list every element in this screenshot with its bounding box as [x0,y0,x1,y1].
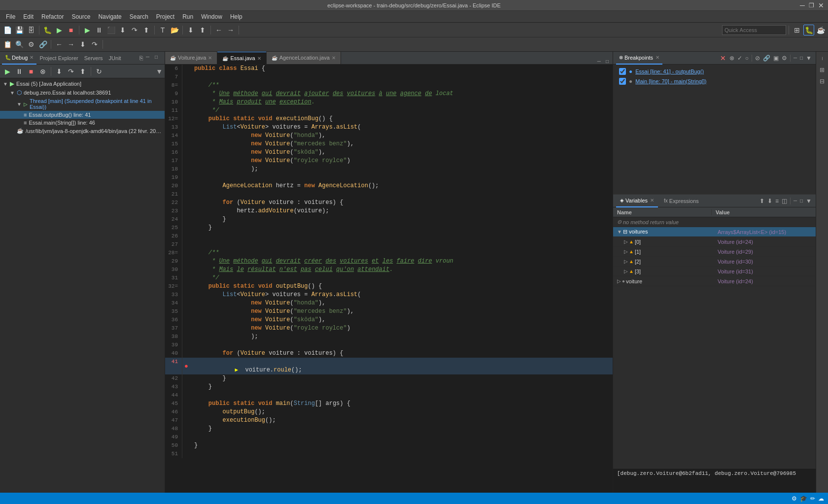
toolbar2-btn6[interactable]: → [66,39,76,50]
var-row-2[interactable]: ▷ ▲ [2] Voiture (id=30) [613,257,816,267]
tab-junit[interactable]: JUnit [106,54,124,62]
var-toolbar-btn3[interactable]: ≡ [774,198,780,204]
debug-btn[interactable]: 🐛 [42,25,53,35]
menu-edit[interactable]: Edit [19,12,37,21]
maximize-left-btn[interactable]: □ [155,54,163,62]
debug-terminate-btn[interactable]: ■ [26,66,36,77]
status-btn2[interactable]: 🎓 [800,495,807,502]
debug-step-over-btn[interactable]: ↷ [66,66,76,77]
var-menu-btn[interactable]: ▼ [805,198,813,204]
var-maximize-btn[interactable]: □ [799,198,804,203]
toolbar2-btn2[interactable]: 🔍 [14,39,25,50]
tab-project-explorer[interactable]: Project Explorer [36,52,81,65]
terminate-btn[interactable]: ⬛ [105,25,116,35]
debug-step-into-btn[interactable]: ⬇ [54,66,65,77]
step-into-btn[interactable]: ⬇ [117,25,128,35]
minimize-left-btn[interactable]: ─ [146,54,154,62]
status-btn1[interactable]: ⚙ [792,495,797,502]
tab-debug[interactable]: 🐛 Debug ✕ [2,52,36,65]
essai-tab-close[interactable]: ✕ [257,56,261,61]
save-btn[interactable]: 💾 [14,25,25,35]
bp-checkbox-2[interactable] [619,78,626,85]
suspend-btn[interactable]: ⏸ [94,25,104,35]
bp-tab-close[interactable]: ✕ [656,55,659,60]
debug-connection-node[interactable]: ▼ ⬡ debug.zero.Essai at localhost:38691 [0,88,165,97]
debug-frame-main[interactable]: ≡ Essai.main(String[]) line: 46 [0,119,165,127]
menu-source[interactable]: Source [68,12,94,21]
next-annotation-btn[interactable]: ⬇ [185,25,196,35]
right-sidebar-btn3[interactable]: ⊟ [817,76,827,86]
open-type-btn[interactable]: T [157,25,168,35]
bp-toolbar-skip-btn[interactable]: ⊘ [754,55,761,62]
new-btn[interactable]: 📄 [2,25,13,35]
quick-access-input[interactable] [722,25,786,35]
tab-essai[interactable]: ☕ Essai.java ✕ [217,52,266,64]
var-toolbar-btn4[interactable]: ◫ [781,198,788,204]
bp-tab[interactable]: ⊗ Breakpoints ✕ [616,52,662,65]
menu-window[interactable]: Window [197,12,226,21]
var-row-3[interactable]: ▷ ▲ [3] Voiture (id=31) [613,267,816,276]
toolbar2-btn7[interactable]: ⬇ [77,39,88,50]
var-toolbar-btn2[interactable]: ⬇ [766,198,773,204]
debug-app-node[interactable]: ▼ ▶ Essai (5) [Java Application] [0,79,165,88]
menu-navigate[interactable]: Navigate [94,12,125,21]
bp-toolbar-link-btn[interactable]: 🔗 [762,55,771,62]
agence-tab-close[interactable]: ✕ [332,55,336,61]
debug-suspend-btn[interactable]: ⏸ [14,66,25,77]
menu-run[interactable]: Run [178,12,197,21]
open-perspective-btn[interactable]: ⊞ [792,25,802,35]
close-btn[interactable]: ✕ [818,1,824,9]
toolbar2-btn3[interactable]: ⚙ [26,39,36,50]
toolbar2-btn4[interactable]: 🔗 [37,39,48,50]
debug-menu-btn[interactable]: ▼ [156,67,163,75]
toolbar2-btn5[interactable]: ← [54,39,65,50]
voiture-tab-close[interactable]: ✕ [208,55,212,61]
menu-search[interactable]: Search [126,12,152,21]
variables-tab-close[interactable]: ✕ [650,198,654,203]
bp-toolbar-remove-btn[interactable]: ✕ [719,54,727,63]
restore-btn[interactable]: ❐ [809,2,814,9]
back-btn[interactable]: ← [213,25,224,35]
var-row-voiture[interactable]: ▷ ● voiture Voiture (id=24) [613,276,816,286]
debug-tab-close[interactable]: ✕ [30,55,34,60]
bp-minimize-btn[interactable]: ─ [793,55,798,61]
save-all-btn[interactable]: 🗄 [26,25,36,35]
menu-refactor[interactable]: Refactor [37,12,68,21]
open-resource-btn[interactable]: 📂 [169,25,180,35]
step-return-btn[interactable]: ⬆ [141,25,152,35]
debug-jvm-node[interactable]: ☕ /usr/lib/jvm/java-8-openjdk-amd64/bin/… [0,127,165,135]
var-row-voitures[interactable]: ▼ ⊟ voitures Arrays$ArrayList<E> (id=15) [613,227,816,237]
java-perspective-btn[interactable]: ☕ [815,25,826,35]
toolbar2-btn1[interactable]: 📋 [2,39,13,50]
menu-file[interactable]: File [2,12,19,21]
expressions-tab[interactable]: fx Expressions [660,195,703,207]
editor-content[interactable]: 6 public class Essai { 7 8= /** [165,65,613,493]
debug-drop-to-frame-btn[interactable]: ↻ [94,66,104,77]
resume-btn[interactable]: ▶ [82,25,93,35]
prev-annotation-btn[interactable]: ⬆ [197,25,208,35]
bp-toolbar-remove-all-btn[interactable]: ⊗ [728,55,735,62]
right-sidebar-btn1[interactable]: ─ [817,54,827,64]
bp-toolbar-settings-btn[interactable]: ⚙ [781,55,788,62]
var-row-1[interactable]: ▷ ▲ [1] Voiture (id=29) [613,247,816,257]
variables-tab[interactable]: ◈ Variables ✕ [616,195,658,207]
menu-project[interactable]: Project [152,12,178,21]
debug-disconnect-btn[interactable]: ⊗ [37,66,48,77]
var-minimize-btn[interactable]: ─ [793,198,798,203]
tab-agence[interactable]: ☕ AgenceLocation.java ✕ [267,52,341,64]
status-btn3[interactable]: ✏ [810,495,815,502]
editor-maximize-btn[interactable]: □ [604,59,611,64]
debug-thread-node[interactable]: ▼ ▷ Thread [main] (Suspended (breakpoint… [0,97,165,111]
bp-checkbox-1[interactable] [619,68,626,75]
debug-frame-outputbug[interactable]: ≡ Essai.outputBug() line: 41 [0,111,165,119]
bp-menu-btn[interactable]: ▼ [805,55,813,62]
debug-step-return-btn[interactable]: ⬆ [77,66,88,77]
var-row-0[interactable]: ▷ ▲ [0] Voiture (id=24) [613,237,816,247]
tab-voiture[interactable]: ☕ Voiture.java ✕ [165,52,217,64]
menu-help[interactable]: Help [226,12,246,21]
toolbar2-btn8[interactable]: ↷ [89,39,100,50]
editor-minimize-btn[interactable]: ─ [595,59,603,64]
status-btn4[interactable]: ☁ [818,495,824,502]
step-over-btn[interactable]: ↷ [129,25,140,35]
stop-btn[interactable]: ■ [66,25,76,35]
